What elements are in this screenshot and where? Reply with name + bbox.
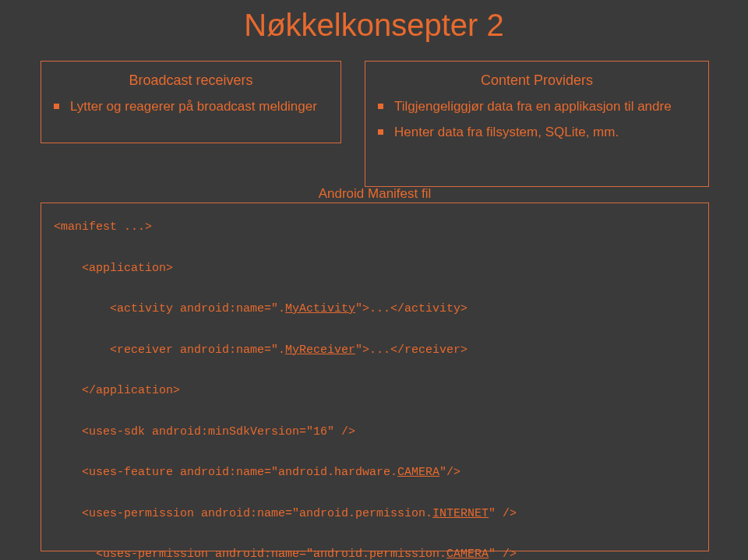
code-part: <receiver android:name=". — [54, 343, 285, 357]
code-part: <uses-permission android:name="android.p… — [54, 507, 432, 520]
code-underline: CAMERA — [446, 548, 489, 560]
bullet-icon — [378, 104, 383, 109]
code-part: ">...</receiver> — [355, 343, 468, 357]
list-item: Henter data fra filsystem, SQLite, mm. — [378, 124, 696, 142]
code-underline: MyReceiver — [285, 343, 355, 357]
code-line: </application> — [54, 384, 180, 397]
bullet-icon — [54, 104, 59, 109]
code-part: " /> — [489, 507, 517, 520]
broadcast-receivers-box: Broadcast receivers Lytter og reagerer p… — [41, 61, 341, 143]
list-item: Lytter og reagerer på broadcast meldinge… — [54, 98, 328, 116]
code-part: ">...</activity> — [355, 302, 468, 315]
code-underline: INTERNET — [432, 507, 489, 520]
code-part: <activity android:name=". — [54, 302, 285, 315]
code-part: <uses-permission android:name="android.p… — [54, 548, 446, 560]
content-providers-box: Content Providers Tilgjengeliggjør data … — [365, 61, 709, 187]
code-part: " /> — [489, 548, 517, 560]
code-underline: MyActivity — [285, 302, 355, 315]
code-part: "/> — [439, 466, 460, 479]
code-part: <uses-feature android:name="android.hard… — [54, 466, 397, 479]
manifest-label: Android Manifest fil — [41, 186, 708, 202]
bullet-text: Henter data fra filsystem, SQLite, mm. — [394, 124, 619, 142]
page-title: Nøkkelkonsepter 2 — [0, 8, 748, 43]
bullet-text: Lytter og reagerer på broadcast meldinge… — [70, 98, 317, 116]
bullet-icon — [378, 129, 383, 135]
code-underline: CAMERA — [397, 466, 439, 479]
manifest-code: <manifest ...> <application> <activity a… — [54, 217, 696, 560]
code-line: <manifest ...> — [54, 220, 152, 234]
code-line: <uses-sdk android:minSdkVersion="16" /> — [54, 425, 355, 438]
code-line: <application> — [54, 262, 173, 275]
manifest-box: Android Manifest fil <manifest ...> <app… — [41, 203, 709, 551]
broadcast-heading: Broadcast receivers — [54, 72, 328, 89]
bullet-text: Tilgjengeliggjør data fra en applikasjon… — [394, 98, 672, 116]
content-providers-heading: Content Providers — [378, 72, 696, 89]
list-item: Tilgjengeliggjør data fra en applikasjon… — [378, 98, 696, 116]
